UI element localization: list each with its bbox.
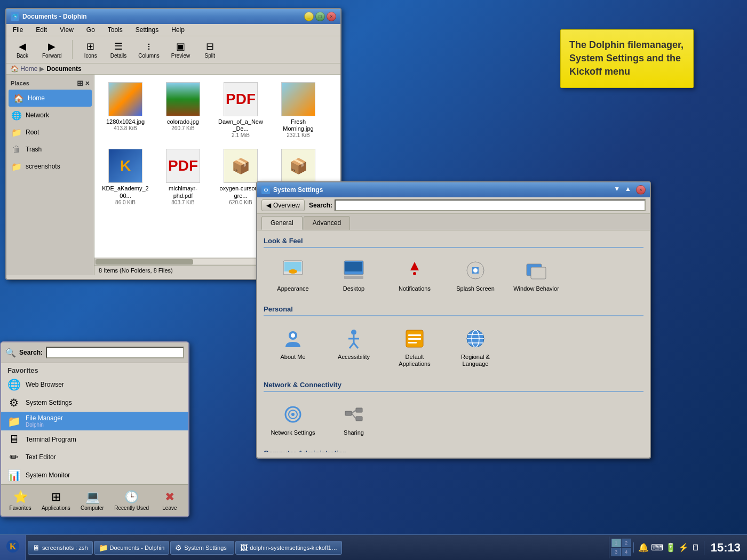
kickoff-leave-btn[interactable]: ✖ Leave — [155, 488, 184, 513]
preview-button[interactable]: ▣ Preview — [168, 38, 194, 61]
tray-icon-2[interactable]: ⌨ — [651, 542, 663, 553]
kickoff-item-system-monitor[interactable]: 📊 System Monitor — [1, 466, 188, 484]
tray-icon-4[interactable]: ⚡ — [678, 542, 689, 553]
file-thumb-1280 — [108, 82, 142, 116]
taskbar-item-screenshot[interactable]: 🖼 dolphin-systemsettings-kickoff1.png — [235, 541, 342, 555]
file-manager-icon: 📁 — [7, 415, 20, 428]
file-item-michl[interactable]: PDF michlmayr-phd.pdf 803.7 KiB — [156, 146, 210, 208]
notifications-icon — [402, 258, 427, 283]
close-button[interactable]: × — [327, 12, 336, 21]
kickoff-item-text-editor[interactable]: ✏ Text Editor — [1, 448, 188, 466]
sysset-rollup2-btn[interactable]: ▲ — [625, 185, 631, 195]
item-splash-screen[interactable]: Splash Screen — [446, 253, 505, 297]
desktop-label: Desktop — [343, 285, 364, 292]
search-input[interactable] — [335, 199, 646, 211]
taskbar-sysset-icon: ⚙ — [175, 543, 182, 552]
sysset-rollup-btn[interactable]: ▼ — [614, 185, 620, 195]
address-current: Documents — [46, 65, 81, 73]
back-button[interactable]: ◀ Back — [11, 38, 34, 61]
details-label: Details — [110, 53, 127, 59]
item-notifications[interactable]: Notifications — [385, 253, 444, 297]
regional-language-icon — [463, 326, 488, 351]
item-about-me[interactable]: About Me — [264, 322, 322, 372]
item-window-behavior[interactable]: Window Behavior — [507, 253, 566, 297]
kickoff-recently-used-btn[interactable]: 🕒 Recently Used — [110, 488, 153, 513]
menu-go[interactable]: Go — [84, 25, 97, 35]
kickoff-applications-btn[interactable]: ⊞ Applications — [37, 488, 75, 513]
file-item-dawn[interactable]: PDF Dawn_of_a_New_De... 2.1 MiB — [214, 79, 267, 141]
svg-line-34 — [352, 413, 356, 419]
item-accessibility[interactable]: Accessibility — [324, 322, 383, 372]
sidebar-label-home: Home — [28, 94, 45, 102]
file-item-fresh[interactable]: Fresh Morning.jpg 232.1 KiB — [272, 79, 325, 141]
item-desktop[interactable]: Desktop — [324, 253, 383, 297]
tray-icon-1[interactable]: 🔔 — [638, 542, 649, 553]
kickoff-favorites-btn[interactable]: ⭐ Favorites — [5, 488, 36, 513]
menu-settings[interactable]: Settings — [133, 25, 161, 35]
file-name-dawn: Dawn_of_a_New_De... — [217, 118, 264, 132]
sidebar-item-trash[interactable]: 🗑 Trash — [6, 141, 94, 158]
kickoff-item-terminal[interactable]: 🖥 Terminal Program — [1, 430, 188, 448]
kickoff-computer-btn[interactable]: 💻 Computer — [76, 488, 108, 513]
taskbar-sysset-label: System Settings — [184, 545, 226, 551]
tray-icon-3[interactable]: 🔋 — [665, 542, 676, 553]
forward-button[interactable]: ▶ Forward — [38, 38, 66, 61]
kickoff-item-file-manager[interactable]: 📁 File Manager Dolphin — [1, 412, 188, 430]
terminal-icon: 🖥 — [7, 433, 20, 445]
file-item-colorado[interactable]: colorado.jpg 260.7 KiB — [156, 79, 210, 141]
taskbar-item-dolphin[interactable]: 📁 Documents - Dolphin — [94, 541, 170, 555]
item-appearance[interactable]: Appearance — [264, 253, 322, 297]
address-home[interactable]: 🏠 Home — [11, 65, 37, 73]
look-feel-grid: Appearance Desktop Notifications — [264, 253, 643, 297]
file-size-michl: 803.7 KiB — [171, 199, 194, 205]
icons-button[interactable]: ⊞ Icons — [79, 38, 102, 61]
scrollbar-thumb[interactable] — [96, 259, 193, 265]
svg-point-29 — [291, 413, 295, 416]
kickoff-item-system-settings[interactable]: ⚙ System Settings — [1, 394, 188, 412]
pager-cell-4[interactable]: 4 — [622, 548, 631, 556]
tab-advanced[interactable]: Advanced — [304, 216, 350, 230]
tab-general[interactable]: General — [261, 216, 303, 230]
sidebar-item-network[interactable]: 🌐 Network — [6, 107, 94, 124]
pager-cell-1[interactable]: 1 — [611, 539, 621, 547]
sidebar-item-root[interactable]: 📁 Root — [6, 124, 94, 141]
kickoff-item-web-browser[interactable]: 🌐 Web Browser — [1, 375, 188, 394]
svg-text:K: K — [9, 542, 16, 551]
sysset-close-button[interactable]: × — [636, 185, 646, 195]
taskbar: K 🖥 screenshots : zsh 📁 Documents - Dolp… — [0, 534, 747, 560]
maximize-button[interactable]: □ — [315, 12, 325, 21]
file-manager-label: File Manager — [26, 414, 63, 422]
tray-icon-5[interactable]: 🖥 — [691, 543, 700, 553]
file-name-michl: michlmayr-phd.pdf — [160, 185, 206, 199]
overview-button[interactable]: ◀ Overview — [261, 199, 305, 211]
menu-help[interactable]: Help — [169, 25, 187, 35]
sticky-note-text: The Dolphin filemanager, System Settings… — [569, 39, 684, 77]
menu-file[interactable]: File — [11, 25, 25, 35]
item-network-settings[interactable]: Network Settings — [264, 397, 322, 441]
overview-label: Overview — [273, 202, 300, 209]
columns-button[interactable]: ⫶ Columns — [134, 39, 163, 61]
sidebar-item-screenshots[interactable]: 📁 screenshots — [6, 158, 94, 175]
split-label: Split — [205, 53, 215, 59]
notifications-label: Notifications — [399, 285, 431, 292]
item-sharing[interactable]: Sharing — [324, 397, 383, 441]
places-header: Places ⊞ × — [6, 77, 94, 90]
kickoff-search-input[interactable] — [46, 347, 184, 358]
taskbar-item-terminal[interactable]: 🖥 screenshots : zsh — [28, 541, 93, 555]
kickoff-launcher-button[interactable]: K — [0, 535, 26, 561]
pager-cell-2[interactable]: 2 — [622, 539, 631, 547]
item-default-apps[interactable]: Default Applications — [385, 322, 444, 372]
pager-cell-3[interactable]: 3 — [611, 548, 621, 556]
sidebar-item-home[interactable]: 🏠 Home — [9, 90, 92, 107]
menu-tools[interactable]: Tools — [106, 25, 125, 35]
file-item-kde[interactable]: K KDE_aKademy_200... 86.0 KiB — [99, 146, 152, 208]
menu-view[interactable]: View — [58, 25, 76, 35]
menu-edit[interactable]: Edit — [34, 25, 49, 35]
details-button[interactable]: ☰ Details — [107, 38, 131, 61]
file-item-1280[interactable]: 1280x1024.jpg 413.8 KiB — [99, 79, 152, 141]
desktop-icon — [341, 258, 367, 283]
split-button[interactable]: ⊟ Split — [198, 38, 221, 61]
minimize-button[interactable]: _ — [304, 12, 314, 21]
taskbar-item-sysset[interactable]: ⚙ System Settings — [170, 541, 234, 555]
item-regional-language[interactable]: Regional & Language — [446, 322, 505, 372]
